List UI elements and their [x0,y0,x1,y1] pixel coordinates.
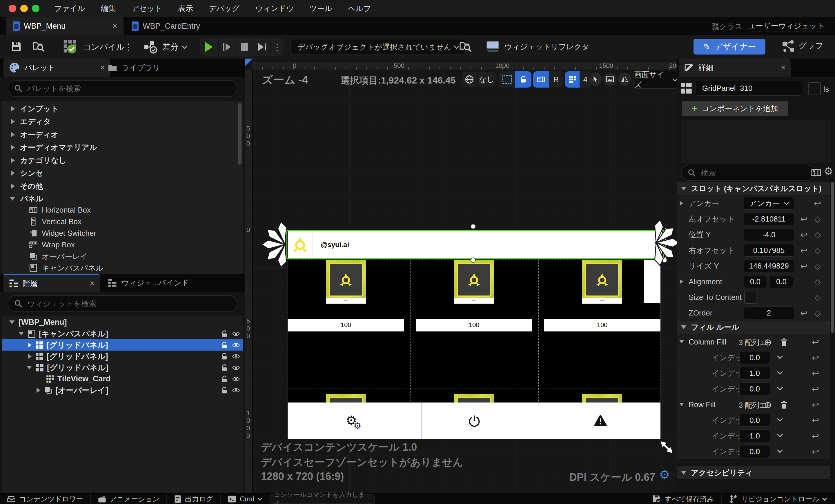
resize-handle-bottom[interactable] [471,258,476,263]
section-accessibility[interactable]: アクセシビリティ [677,466,830,480]
compile-button[interactable]: コンパイル [63,39,124,55]
collapse-icon[interactable] [27,366,32,369]
lock-icon[interactable] [220,364,228,372]
resize-handle-top[interactable] [471,224,476,229]
anchor-medallion-right[interactable] [653,218,677,267]
designer-tab-button[interactable]: ✎ デザイナー [693,39,766,55]
size-y-field[interactable]: 146.449829 [744,260,794,272]
card-widget-row2[interactable] [582,394,622,403]
details-scrollbar[interactable] [831,182,834,333]
expand-icon[interactable] [37,388,40,393]
alignment-y-field[interactable]: 0.0 [770,275,793,288]
expand-icon[interactable] [11,145,15,150]
animation-button[interactable]: アニメーション [91,493,160,504]
menu-file[interactable]: ファイル [46,0,93,17]
bind-diamond-icon[interactable]: ◇ [814,227,821,242]
palette-category-editor[interactable]: エディタ [2,116,243,127]
section-slot[interactable]: スロット (キャンバスパネルスロット) [677,182,830,196]
menu-window[interactable]: ウィンドウ [247,0,302,17]
lock-icon[interactable] [220,330,228,338]
resize-corner-icon[interactable] [659,440,674,455]
palette-category-audio[interactable]: オーディオ [2,128,243,141]
close-window-button[interactable] [9,5,16,12]
preview-background-button[interactable] [603,73,617,86]
reset-icon[interactable]: ↩ [800,211,808,227]
expand-icon[interactable] [680,279,683,284]
designer-viewport[interactable]: 0 500 1000 1500 200 500 0 500 1000 ズーム -… [245,59,677,493]
collapse-icon[interactable] [10,197,15,201]
expand-icon[interactable] [11,170,15,176]
tree-row-tileview-card[interactable]: TileView_Card [2,373,243,385]
tree-row-wbp-menu[interactable]: [WBP_Menu] [2,317,243,328]
palette-item-vertical-box[interactable]: Vertical Box [2,216,243,227]
add-element-icon[interactable]: ⊕ [764,337,772,348]
menu-tools[interactable]: ツール [302,0,340,17]
widget-reflector-button[interactable]: ウィジェットリフレクタ [486,40,589,53]
trash-icon[interactable] [780,338,788,346]
palette-category-input[interactable]: インプット [2,103,243,115]
chevron-down-icon[interactable] [777,431,783,437]
reset-icon[interactable]: ↩ [814,196,821,211]
bind-diamond-icon[interactable]: ◇ [814,305,821,321]
index-value-field[interactable]: 0.0 [739,383,770,395]
viewport-corner-splitter[interactable] [245,59,252,66]
play-button[interactable] [200,38,218,56]
tab-details[interactable]: 詳細 × [679,59,791,77]
bind-diamond-icon[interactable]: ◇ [814,242,821,258]
lock-widgets-button[interactable] [515,71,531,87]
menu-help[interactable]: ヘルプ [340,0,379,17]
tab-widget-bind[interactable]: ウィジェ...バインド [102,274,211,292]
reset-icon[interactable]: ↩ [812,381,819,397]
eye-icon[interactable] [232,364,240,372]
expand-icon[interactable] [11,158,15,163]
tree-row-grid-panel-2[interactable]: [グリッドパネル] [2,350,243,362]
index-value-field[interactable]: 0.0 [739,351,770,364]
flip-preview-button[interactable] [618,73,631,86]
browse-to-asset-icon[interactable] [33,41,45,52]
card-count-bar[interactable]: 100 [544,319,660,331]
is-variable-checkbox[interactable] [808,82,821,95]
expand-icon[interactable] [11,106,15,112]
chevron-down-icon[interactable] [777,369,783,375]
save-status-button[interactable]: すべて保存済み [652,493,714,504]
hierarchy-search-input[interactable]: ウィジェットを検索 [7,295,237,312]
warning-icon[interactable] [594,414,607,427]
browse-debug-object-icon[interactable] [459,41,472,52]
expand-icon[interactable] [28,354,32,359]
alignment-x-field[interactable]: 0.0 [744,275,767,288]
property-matrix-icon[interactable] [811,167,821,178]
dpi-settings-gear-icon[interactable]: ⚙ [659,467,670,482]
anchor-medallion-left[interactable] [250,220,288,269]
card-widget[interactable] [454,260,494,304]
eye-icon[interactable] [232,330,240,338]
reset-icon[interactable]: ↩ [812,334,819,350]
tab-hierarchy[interactable]: 階層 × [3,274,100,292]
right-offset-field[interactable]: 0.107985 [744,244,794,257]
palette-category-panel[interactable]: パネル [2,193,243,205]
collapse-icon[interactable] [19,332,24,336]
trash-icon[interactable] [780,401,788,409]
eye-icon[interactable] [232,341,240,349]
collapse-icon[interactable] [9,320,15,324]
reset-icon[interactable]: ↩ [812,412,819,428]
expand-icon[interactable] [680,201,683,206]
collapse-icon[interactable] [679,340,684,343]
palette-search-input[interactable]: パレットを検索 [7,80,237,97]
expand-icon[interactable] [11,119,15,124]
console-command-input[interactable]: コンソールコマンドを入力します [269,495,374,504]
section-fill-rules[interactable]: フィル ルール [677,321,830,334]
eye-icon[interactable] [232,375,240,383]
output-log-button[interactable]: 出力ログ [167,493,213,504]
lock-icon[interactable] [220,386,228,395]
bind-diamond-icon[interactable]: ◇ [814,211,821,227]
menu-debug[interactable]: デバッグ [201,0,247,17]
screen-size-dropdown[interactable]: 画面サイズ [633,71,677,89]
respect-locks-button[interactable]: R [549,71,563,87]
palette-category-audio-material[interactable]: オーディオマテリアル [2,141,243,154]
chevron-down-icon[interactable] [777,385,783,390]
save-icon[interactable] [11,41,22,52]
cmd-dropdown[interactable]: Cmd [221,493,262,504]
expand-icon[interactable] [11,132,15,137]
graph-tab-button[interactable]: グラフ [782,39,823,52]
play-options-icon[interactable]: ⋮ [270,38,284,56]
